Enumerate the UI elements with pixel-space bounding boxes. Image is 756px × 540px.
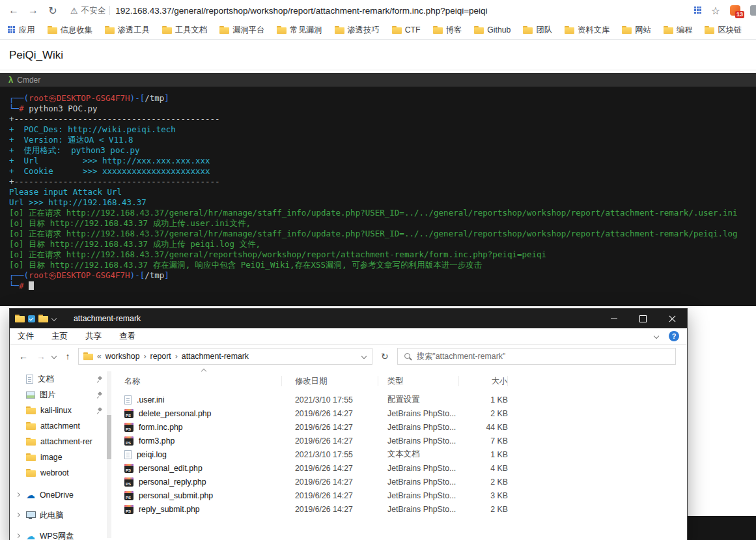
bookmark-item[interactable]: 渗透工具 (105, 25, 150, 36)
expand-chevron-icon[interactable] (15, 533, 21, 539)
sort-ascending-icon[interactable] (192, 369, 216, 373)
file-row[interactable]: .user.ini2021/3/10 17:55配置设置1 KB (114, 393, 687, 406)
terminal-line: [o] 目标 http://192.168.43.37 存在漏洞, 响应中包含 … (9, 260, 756, 270)
cropped-extension-icon[interactable] (750, 5, 756, 16)
bookmark-star-icon[interactable]: ☆ (711, 5, 720, 17)
folder-icon (705, 26, 714, 34)
breadcrumb-segment[interactable]: workshop (105, 352, 140, 361)
cmder-tab[interactable]: λ Cmder (0, 73, 756, 87)
minimize-button[interactable] (599, 309, 628, 328)
properties-icon[interactable] (28, 315, 35, 322)
breadcrumb-overflow-icon[interactable]: « (97, 352, 102, 361)
column-header-size[interactable]: 大小 (459, 376, 508, 386)
file-row[interactable]: delete_personal.php2019/6/26 14:27JetBra… (114, 406, 687, 420)
bookmark-item[interactable]: 常见漏洞 (277, 25, 322, 36)
bookmark-item[interactable]: 博客 (433, 25, 462, 36)
column-header-name[interactable]: 名称 (114, 376, 282, 386)
bookmark-item[interactable]: 漏洞平台 (219, 25, 264, 36)
navigation-pane: 文档图片kali-linuxattachmentattachment-rerim… (10, 368, 114, 540)
bookmark-item[interactable]: 区块链 (705, 25, 742, 36)
recent-locations-chevron-icon[interactable] (51, 354, 57, 360)
expand-chevron-icon[interactable] (15, 512, 21, 519)
close-button[interactable] (658, 309, 687, 328)
proxy-extension-icon[interactable]: 13 (729, 5, 741, 16)
file-row[interactable]: reply_submit.php2019/6/26 14:27JetBrains… (114, 502, 687, 516)
folder-icon (664, 26, 673, 34)
sidebar-item[interactable]: image (10, 449, 114, 465)
bookmark-item[interactable]: Github (474, 25, 511, 35)
bookmark-item[interactable]: 应用 (8, 25, 35, 36)
sidebar-item[interactable]: kali-linux (10, 403, 114, 418)
address-folder-icon (83, 352, 93, 360)
file-date: 2019/6/26 14:27 (282, 436, 378, 446)
apps-grid-icon[interactable] (694, 7, 702, 14)
terminal-output[interactable]: ┌──(root㉿DESKTOP-GSG4F7H)-[/tmp]└─# pyth… (0, 87, 756, 306)
file-row[interactable]: personal_reply.php2019/6/26 14:27JetBrai… (114, 475, 687, 489)
sidebar-item[interactable]: 图片 (10, 387, 114, 403)
breadcrumb-segment[interactable]: report (150, 352, 171, 361)
file-size: 3 KB (459, 491, 508, 500)
bookmark-item[interactable]: 编程 (664, 25, 693, 36)
security-label: 不安全 (81, 5, 106, 16)
expand-ribbon-chevron-icon[interactable] (654, 334, 660, 339)
menu-tab-home[interactable]: 主页 (51, 331, 68, 342)
sidebar-item[interactable]: ☁WPS网盘 (10, 528, 114, 540)
explorer-up-button[interactable]: ↑ (61, 351, 75, 362)
file-size: 4 KB (459, 464, 508, 473)
sidebar-scrollbar-thumb[interactable] (107, 415, 111, 459)
bookmark-item[interactable]: 渗透技巧 (335, 25, 380, 36)
bookmark-item[interactable]: 资料文库 (565, 25, 609, 36)
sidebar-item[interactable]: 此电脑 (10, 507, 114, 523)
breadcrumb-segment[interactable]: attachment-remark (182, 352, 249, 361)
bookmark-item[interactable]: 信息收集 (48, 25, 92, 36)
new-folder-icon[interactable] (38, 315, 48, 322)
forward-button[interactable]: → (25, 2, 42, 19)
explorer-titlebar[interactable]: attachment-remark (10, 309, 687, 328)
url-text[interactable]: 192.168.43.37/general/reportshop/worksho… (115, 6, 487, 16)
menu-tab-view[interactable]: 查看 (119, 331, 135, 342)
sidebar-item[interactable]: ☁OneDrive (10, 487, 114, 503)
file-name-cell: personal_edit.php (114, 464, 282, 473)
file-row[interactable]: personal_submit.php2019/6/26 14:27JetBra… (114, 489, 687, 502)
breadcrumb-separator-icon[interactable]: › (143, 352, 146, 361)
column-header-date[interactable]: 修改日期 (282, 376, 378, 386)
sidebar-item-label: attachment (40, 421, 80, 431)
explorer-back-button[interactable]: ← (16, 351, 31, 362)
column-header-type[interactable]: 类型 (378, 376, 459, 386)
bookmark-item[interactable]: 工具文档 (162, 25, 207, 36)
breadcrumb-separator-icon[interactable]: › (175, 352, 178, 361)
sidebar-item[interactable]: attachment-rer (10, 434, 114, 449)
maximize-button[interactable] (628, 309, 658, 328)
sidebar-item[interactable]: webroot (10, 465, 114, 481)
search-box[interactable]: 搜索"attachment-remark" (397, 348, 676, 365)
bookmark-item[interactable]: 网站 (622, 25, 651, 36)
expand-chevron-icon[interactable] (15, 492, 21, 498)
refresh-button[interactable]: ↻ (44, 2, 61, 19)
sidebar-item[interactable]: attachment (10, 418, 114, 434)
address-bar[interactable]: «workshop›report›attachment-remark (78, 348, 372, 365)
file-row[interactable]: form.inc.php2019/6/26 14:27JetBrains Php… (114, 420, 687, 434)
sidebar-item[interactable]: 文档 (10, 371, 114, 387)
search-placeholder: 搜索"attachment-remark" (417, 351, 506, 362)
menu-tab-file[interactable]: 文件 (18, 331, 34, 342)
file-name: delete_personal.php (139, 409, 211, 418)
file-row[interactable]: personal_edit.php2019/6/26 14:27JetBrain… (114, 461, 687, 475)
security-warning-icon[interactable]: ⚠ (70, 6, 78, 16)
bookmark-item[interactable]: CTF (392, 25, 421, 35)
file-list-pane: 名称 修改日期 类型 大小 .user.ini2021/3/10 17:55配置… (114, 368, 687, 540)
file-row[interactable]: peiqi.log2021/3/10 17:55文本文档1 KB (114, 448, 687, 461)
file-size: 2 KB (459, 409, 508, 418)
url-bar[interactable]: ⚠ 不安全 192.168.43.37/general/reportshop/w… (64, 1, 685, 20)
explorer-forward-button[interactable]: → (34, 351, 48, 362)
address-dropdown-chevron-icon[interactable] (361, 354, 367, 360)
search-icon (404, 352, 412, 361)
help-icon[interactable]: ? (669, 331, 679, 341)
explorer-refresh-button[interactable]: ↻ (381, 351, 389, 362)
file-size: 1 KB (459, 450, 508, 459)
back-button[interactable]: ← (5, 2, 22, 19)
menu-tab-share[interactable]: 共享 (85, 331, 102, 342)
customize-toolbar-chevron-icon[interactable] (51, 316, 57, 321)
file-row[interactable]: form3.php2019/6/26 14:27JetBrains PhpSto… (114, 434, 687, 448)
file-name-cell: form.inc.php (114, 423, 282, 432)
bookmark-item[interactable]: 团队 (523, 25, 552, 36)
